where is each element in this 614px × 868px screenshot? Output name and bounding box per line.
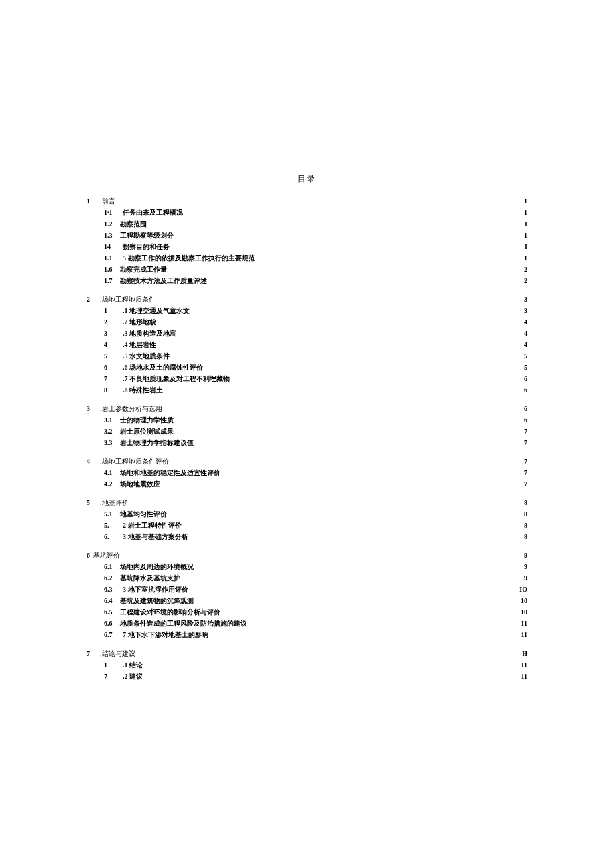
toc-entry-label: 基坑及建筑物的沉降观测 <box>120 596 194 606</box>
toc-row: 6.6地质条件造成的工程风险及防治措施的建议I1 <box>87 619 527 628</box>
toc-row: 4.场地工程地质条件评价7 <box>87 457 527 466</box>
toc-entry-number: 3.3 <box>104 438 113 448</box>
toc-entry-page: 4 <box>523 329 527 338</box>
toc-entry-page: 9 <box>523 551 527 560</box>
toc-entry-page: 10 <box>519 596 527 606</box>
toc-entry-number: 1 <box>104 661 123 670</box>
toc-entry-label: 2 岩土工程特性评价 <box>123 521 182 530</box>
toc-row: 8.8 特殊性岩土6 <box>87 386 527 395</box>
toc-entry-label: .1 地理交通及气童水文 <box>123 306 190 316</box>
toc-row: 5.5 水文地质条件5 <box>87 352 527 361</box>
toc-entry-label: .地基评价 <box>100 498 129 508</box>
toc-entry-number: 6.2 <box>104 574 113 583</box>
toc-row: 7.结论与建议H <box>87 649 527 659</box>
toc-entry-page: 1 <box>523 197 527 206</box>
toc-entry-number: 6 <box>87 551 93 560</box>
toc-row: 6.4基坑及建筑物的沉降观测10 <box>87 596 527 606</box>
toc-entry-label: 场地地震效应 <box>120 480 160 489</box>
toc-entry-label: .结论与建议 <box>100 649 135 659</box>
toc-entry-label: 工程勘察等级划分 <box>120 231 174 240</box>
toc-entry-number: 6.3 <box>104 585 123 594</box>
toc-entry-page: I <box>523 220 527 229</box>
toc-entry-page: IO <box>518 585 527 594</box>
toc-entry-number: 7 <box>104 672 123 681</box>
toc-row: 1.3工程勘察等级划分1 <box>87 231 527 240</box>
toc-entry-label: .3 地质构造及地宸 <box>123 329 176 338</box>
toc-row: 7.7 不良地质现象及对工程不利埋藏物6 <box>87 374 527 384</box>
toc-entry-label: .8 特殊性岩土 <box>123 386 163 395</box>
toc-entry-number: 1 <box>104 306 123 316</box>
toc-row: 1.1 结论I1 <box>87 661 527 670</box>
toc-entry-label: 场地和地基的稳定性及适宜性评价 <box>120 468 220 478</box>
toc-row: 1.6勘察完成工作量2 <box>87 265 527 274</box>
toc-entry-label: .5 水文地质条件 <box>123 352 170 361</box>
toc-entry-label: 基坑降水及基坑支护 <box>120 574 180 583</box>
toc-entry-page: I <box>523 242 527 252</box>
toc-row: 6.1场地内及周边的环境概况9 <box>87 562 527 572</box>
toc-entry-label: 工程建设对环境的影响分析与评价 <box>120 608 220 617</box>
toc-entry-number: 6.7 <box>104 630 123 640</box>
toc-entry-number: 2 <box>104 318 123 327</box>
toc-entry-number: 1 <box>87 197 100 206</box>
toc-entry-number: 6.1 <box>104 562 113 572</box>
toc-entry-label: .6 场地水及土的腐蚀性评价 <box>123 363 203 372</box>
toc-entry-page: 4 <box>523 340 527 350</box>
toc-row: 1.前言1 <box>87 197 527 206</box>
table-of-contents: 1.前言11∙1任务由来及工程概况11.2勘察范围I1.3工程勘察等级划分114… <box>87 197 527 681</box>
toc-row: 14拐察目的和任务I <box>87 242 527 252</box>
toc-row: 5.地基评价8 <box>87 498 527 508</box>
toc-entry-label: .场地工程地质条件 <box>100 295 156 304</box>
toc-entry-label: 基坑评价 <box>93 551 120 560</box>
toc-entry-page: 6 <box>523 386 527 395</box>
toc-entry-number: 7 <box>104 374 123 384</box>
toc-entry-page: 2 <box>523 276 527 286</box>
toc-entry-page: 4 <box>523 318 527 327</box>
toc-row: 3.岩土参数分析与选用6 <box>87 404 527 414</box>
toc-row: 4.2场地地震效应7 <box>87 480 527 489</box>
toc-entry-number: 14 <box>104 242 123 252</box>
toc-entry-label: 士的物理力学性质 <box>120 416 174 425</box>
toc-entry-page: 1 <box>523 208 527 218</box>
toc-entry-number: 8 <box>104 386 123 395</box>
toc-entry-label: 场地内及周边的环境概况 <box>120 562 194 572</box>
toc-entry-label: 勘察范围 <box>120 220 147 229</box>
toc-row: 3.3 地质构造及地宸4 <box>87 329 527 338</box>
toc-entry-page: 8 <box>523 498 527 508</box>
toc-entry-number: 3 <box>104 329 123 338</box>
toc-entry-number: 4.1 <box>104 468 113 478</box>
toc-entry-page: 5 <box>523 352 527 361</box>
toc-row: 3.3岩土物理力学指标建议值7 <box>87 438 527 448</box>
toc-entry-number: 1.6 <box>104 265 113 274</box>
toc-entry-page: I1 <box>520 619 527 628</box>
toc-entry-number: 6. <box>104 532 123 542</box>
toc-entry-page: 7 <box>523 438 527 448</box>
toc-row: 6.6 场地水及土的腐蚀性评价5 <box>87 363 527 372</box>
toc-entry-page: 7 <box>523 427 527 436</box>
toc-entry-number: 7 <box>87 649 100 659</box>
toc-entry-number: 3 <box>87 404 100 414</box>
toc-entry-page: 11 <box>520 672 527 681</box>
toc-entry-page: 8 <box>523 510 527 519</box>
toc-entry-number: 2 <box>87 295 100 304</box>
toc-entry-page: 10 <box>519 608 527 617</box>
toc-row: 1∙1任务由来及工程概况1 <box>87 208 527 218</box>
toc-entry-page: 2 <box>523 265 527 274</box>
toc-entry-label: .1 结论 <box>123 661 143 670</box>
toc-entry-label: 5 勘察工作的依据及勘察工作执行的主要规范 <box>123 254 255 263</box>
toc-entry-label: .场地工程地质条件评价 <box>100 457 169 466</box>
toc-row: 1.1 地理交通及气童水文3 <box>87 306 527 316</box>
toc-entry-label: 地质条件造成的工程风险及防治措施的建议 <box>120 619 247 628</box>
toc-entry-number: 5.1 <box>104 510 113 519</box>
toc-entry-page: 11 <box>520 630 527 640</box>
toc-entry-label: 岩土物理力学指标建议值 <box>120 438 194 448</box>
toc-entry-label: .2 建议 <box>123 672 143 681</box>
toc-entry-number: 1.7 <box>104 276 113 286</box>
toc-row: 2.2 地形地貌4 <box>87 318 527 327</box>
toc-entry-label: 3 地下室抗浮作用评价 <box>123 585 188 594</box>
document-page: 目录 1.前言11∙1任务由来及工程概况11.2勘察范围I1.3工程勘察等级划分… <box>0 0 614 868</box>
toc-entry-page: 8 <box>523 532 527 542</box>
toc-entry-number: 6.4 <box>104 596 113 606</box>
toc-row: 5.2 岩土工程特性评价8 <box>87 521 527 530</box>
toc-row: 3.1士的物理力学性质6 <box>87 416 527 425</box>
toc-entry-number: 4.2 <box>104 480 113 489</box>
